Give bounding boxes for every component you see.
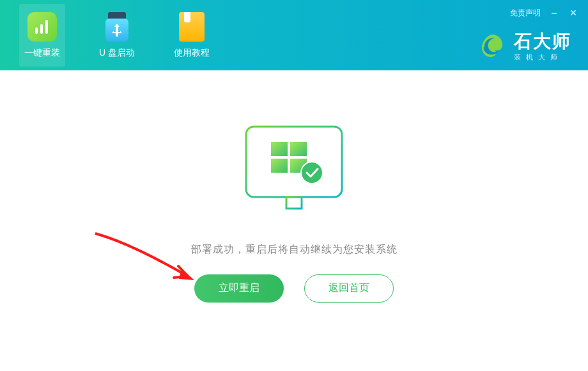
tab-reinstall[interactable]: 一键重装 [19,4,65,67]
tab-usb-boot[interactable]: U 盘启动 [94,4,140,67]
tab-label: U 盘启动 [99,47,135,59]
bars-icon [27,12,58,42]
restart-now-button[interactable]: 立即重启 [194,274,284,303]
svg-marker-9 [179,269,194,280]
close-icon[interactable]: × [568,6,579,20]
window-controls: 免责声明 － × [510,5,579,20]
brand-logo-icon [478,32,506,60]
disclaimer-link[interactable]: 免责声明 [510,8,541,19]
nav-tabs: 一键重装 U 盘启动 使用教程 [0,4,215,67]
button-row: 立即重启 返回首页 [194,274,394,303]
svg-rect-4 [290,142,307,156]
usb-icon [102,12,132,42]
brand-area: 石大师 装机大师 [478,29,571,62]
tab-label: 使用教程 [174,47,210,59]
svg-rect-3 [271,142,288,156]
minimize-icon[interactable]: － [548,5,560,20]
status-message: 部署成功，重启后将自动继续为您安装系统 [191,243,398,257]
brand-title: 石大师 [514,29,571,54]
back-home-button[interactable]: 返回首页 [304,274,394,303]
book-icon [176,12,207,42]
tab-tutorial[interactable]: 使用教程 [169,4,215,67]
tab-label: 一键重装 [24,47,60,59]
main-content: 部署成功，重启后将自动继续为您安装系统 立即重启 返回首页 [0,70,588,371]
app-header: 一键重装 U 盘启动 使用教程 免责声明 － × [0,0,588,70]
monitor-success-icon [236,120,352,223]
svg-rect-5 [271,159,288,173]
svg-rect-1 [286,197,302,209]
brand-subtitle: 装机大师 [514,52,562,62]
